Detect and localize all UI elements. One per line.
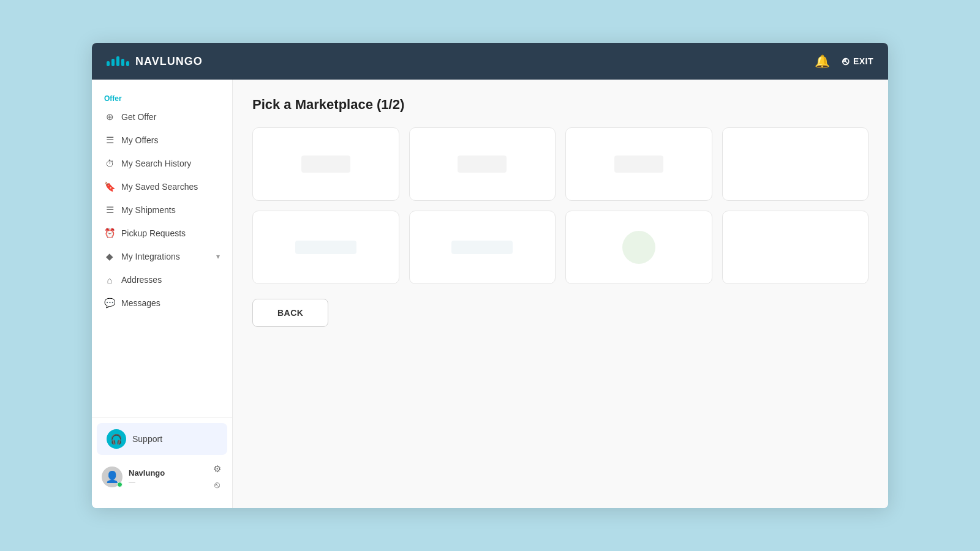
sidebar-label-pickup-requests: Pickup Requests [121, 228, 220, 238]
user-subtitle: — [129, 478, 206, 485]
card-placeholder-5 [295, 241, 356, 254]
avatar: 👤 [102, 467, 123, 487]
app-window: NAVLUNGO 🔔 ⎋ EXIT Offer ⊕ Get Offer ☰ My… [92, 43, 888, 508]
search-history-icon: ⏱ [104, 158, 115, 169]
sidebar-label-my-search-history: My Search History [121, 159, 220, 168]
pickup-icon: ⏰ [104, 228, 115, 239]
back-button[interactable]: BACK [252, 299, 328, 327]
main-content: Pick a Marketplace (1/2) [233, 80, 888, 508]
user-info: Navlungo — [129, 468, 206, 485]
settings-gear-icon[interactable]: ⚙ [212, 462, 222, 476]
my-offers-icon: ☰ [104, 135, 115, 146]
shipments-icon: ☰ [104, 204, 115, 216]
sidebar-label-get-offer: Get Offer [121, 112, 220, 122]
marketplace-card-3[interactable] [565, 127, 712, 201]
main-layout: Offer ⊕ Get Offer ☰ My Offers ⏱ My Searc… [92, 80, 888, 508]
user-name: Navlungo [129, 468, 206, 478]
addresses-icon: ⌂ [104, 274, 115, 285]
card-placeholder-7 [622, 231, 655, 264]
card-placeholder-3 [614, 156, 663, 173]
marketplace-grid [252, 127, 869, 284]
sidebar-label-addresses: Addresses [121, 275, 220, 285]
exit-icon: ⎋ [842, 55, 850, 68]
card-placeholder-1 [301, 156, 350, 173]
exit-button[interactable]: ⎋ EXIT [842, 55, 873, 68]
sidebar-item-my-integrations[interactable]: ◆ My Integrations ▾ [92, 245, 232, 268]
logo-text: NAVLUNGO [135, 55, 203, 68]
exit-label: EXIT [853, 56, 873, 66]
get-offer-icon: ⊕ [104, 111, 115, 122]
marketplace-card-1[interactable] [252, 127, 399, 201]
sidebar-label-my-integrations: My Integrations [121, 252, 210, 261]
sidebar-item-my-search-history[interactable]: ⏱ My Search History [92, 152, 232, 175]
chevron-down-icon: ▾ [216, 252, 220, 261]
notification-bell-icon[interactable]: 🔔 [815, 54, 830, 69]
sidebar-item-pickup-requests[interactable]: ⏰ Pickup Requests [92, 222, 232, 245]
integrations-icon: ◆ [104, 251, 115, 262]
sidebar-bottom: 🎧 Support 👤 Navlungo — ⚙ ⎋ [92, 418, 232, 498]
header-right: 🔔 ⎋ EXIT [815, 54, 873, 69]
online-status-dot [117, 482, 123, 487]
marketplace-card-2[interactable] [409, 127, 556, 201]
user-actions: ⚙ ⎋ [212, 462, 222, 491]
sidebar-label-my-offers: My Offers [121, 135, 220, 145]
sidebar-label-my-shipments: My Shipments [121, 205, 220, 215]
marketplace-card-8[interactable] [722, 211, 869, 284]
support-label: Support [132, 434, 162, 444]
marketplace-card-4[interactable] [722, 127, 869, 201]
card-placeholder-2 [458, 156, 507, 173]
sidebar-section-offer: Offer [92, 89, 232, 105]
page-title: Pick a Marketplace (1/2) [252, 97, 869, 113]
marketplace-card-5[interactable] [252, 211, 399, 284]
logo-icon [107, 56, 129, 66]
sidebar-item-my-offers[interactable]: ☰ My Offers [92, 129, 232, 152]
sidebar-item-my-saved-searches[interactable]: 🔖 My Saved Searches [92, 175, 232, 198]
sidebar-item-get-offer[interactable]: ⊕ Get Offer [92, 105, 232, 129]
logo: NAVLUNGO [107, 55, 203, 68]
sidebar-label-my-saved-searches: My Saved Searches [121, 182, 220, 192]
header: NAVLUNGO 🔔 ⎋ EXIT [92, 43, 888, 80]
marketplace-card-7[interactable] [565, 211, 712, 284]
sidebar: Offer ⊕ Get Offer ☰ My Offers ⏱ My Searc… [92, 80, 233, 508]
logout-icon[interactable]: ⎋ [212, 478, 222, 491]
messages-icon: 💬 [104, 298, 115, 309]
saved-searches-icon: 🔖 [104, 181, 115, 192]
card-placeholder-6 [451, 241, 513, 254]
sidebar-item-my-shipments[interactable]: ☰ My Shipments [92, 198, 232, 222]
sidebar-item-addresses[interactable]: ⌂ Addresses [92, 268, 232, 291]
marketplace-card-6[interactable] [409, 211, 556, 284]
support-button[interactable]: 🎧 Support [97, 423, 227, 455]
support-icon: 🎧 [107, 429, 126, 449]
sidebar-item-messages[interactable]: 💬 Messages [92, 291, 232, 315]
user-row: 👤 Navlungo — ⚙ ⎋ [92, 455, 232, 498]
sidebar-label-messages: Messages [121, 298, 220, 308]
